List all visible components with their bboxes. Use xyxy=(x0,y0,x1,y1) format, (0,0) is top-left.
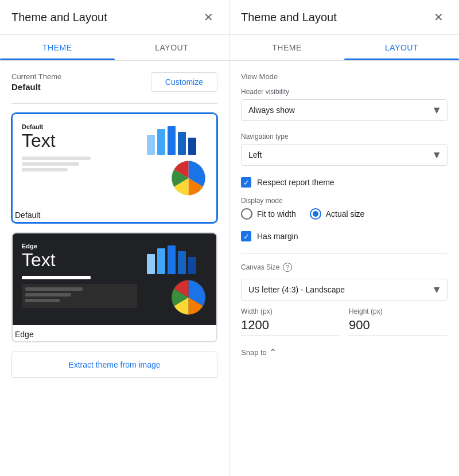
actual-size-radio-dot xyxy=(313,211,318,217)
right-tab-layout[interactable]: LAYOUT xyxy=(344,35,459,60)
header-visibility-wrapper: Always show Never show On hover ▼ xyxy=(241,99,448,121)
fit-to-width-option[interactable]: Fit to width xyxy=(241,208,296,220)
header-visibility-select[interactable]: Always show Never show On hover xyxy=(241,99,448,121)
svg-rect-3 xyxy=(178,132,186,155)
edge-line-1 xyxy=(25,287,83,291)
left-panel-header: Theme and Layout ✕ xyxy=(0,0,229,35)
theme-default-name: Default xyxy=(13,206,216,222)
pie-chart-edge xyxy=(170,279,207,316)
actual-size-label: Actual size xyxy=(326,209,365,219)
navigation-type-section: Navigation type Left Top None ▼ xyxy=(241,132,448,166)
left-tab-layout[interactable]: LAYOUT xyxy=(115,35,230,60)
fit-to-width-radio[interactable] xyxy=(241,208,252,220)
section-divider xyxy=(241,253,448,253)
current-theme-row: Current Theme Default Customize xyxy=(11,72,217,92)
actual-size-radio[interactable] xyxy=(310,208,321,220)
theme-edge-name: Edge xyxy=(13,325,216,341)
left-panel: Theme and Layout ✕ THEME LAYOUT Current … xyxy=(0,0,230,476)
has-margin-row: ✓ Has margin xyxy=(241,231,448,241)
theme-default-lines xyxy=(22,157,137,171)
navigation-type-select[interactable]: Left Top None xyxy=(241,144,448,166)
view-mode-section: View Mode Header visibility Always show … xyxy=(241,72,448,241)
svg-rect-2 xyxy=(168,126,176,155)
canvas-size-header: Canvas Size ? xyxy=(241,263,448,272)
navigation-type-label: Navigation type xyxy=(241,132,448,141)
left-tab-theme[interactable]: THEME xyxy=(0,35,115,60)
display-mode-radio-group: Fit to width Actual size xyxy=(241,208,448,220)
left-close-button[interactable]: ✕ xyxy=(199,8,217,26)
theme-preview-edge: Edge Text xyxy=(22,243,207,316)
canvas-size-wrapper: US letter (4:3) - Landscape US letter (4… xyxy=(241,279,448,301)
svg-rect-7 xyxy=(157,248,165,274)
height-field: Height (px) 900 xyxy=(349,307,448,335)
theme-card-edge[interactable]: Edge Text xyxy=(11,232,217,342)
respect-theme-checkbox[interactable]: ✓ xyxy=(241,177,251,188)
theme-edge-divider-bar xyxy=(22,276,137,308)
respect-theme-row: ✓ Respect report theme xyxy=(241,177,448,188)
canvas-size-label: Canvas Size xyxy=(241,263,279,271)
right-panel: Theme and Layout ✕ THEME LAYOUT View Mod… xyxy=(230,0,459,476)
current-theme-label: Current Theme xyxy=(11,72,61,81)
checkmark-icon: ✓ xyxy=(243,179,250,186)
has-margin-checkbox[interactable]: ✓ xyxy=(241,231,251,241)
snap-to-label: Snap to xyxy=(241,348,267,357)
current-theme-name: Default xyxy=(11,82,61,92)
right-close-button[interactable]: ✕ xyxy=(429,8,448,26)
left-panel-content: Current Theme Default Customize Default … xyxy=(0,61,229,476)
height-value[interactable]: 900 xyxy=(349,318,448,335)
edge-line-2 xyxy=(25,293,71,296)
theme-preview-edge-right xyxy=(144,243,207,316)
theme-card-edge-inner: Edge Text xyxy=(13,233,216,325)
respect-theme-label: Respect report theme xyxy=(257,178,334,187)
svg-rect-0 xyxy=(147,135,155,155)
divider-1 xyxy=(11,103,217,104)
right-panel-header: Theme and Layout ✕ xyxy=(230,0,459,35)
canvas-size-select[interactable]: US letter (4:3) - Landscape US letter (4… xyxy=(241,279,448,301)
height-label: Height (px) xyxy=(349,307,448,315)
pie-chart-default xyxy=(170,159,207,197)
width-label: Width (px) xyxy=(241,307,340,315)
right-tabs: THEME LAYOUT xyxy=(230,35,459,61)
theme-default-text-label: Default xyxy=(22,123,137,130)
snap-to-row: Snap to ⌃ xyxy=(241,347,448,358)
theme-preview-default-right xyxy=(144,123,207,197)
theme-line-3 xyxy=(22,168,68,171)
canvas-size-section: Canvas Size ? US letter (4:3) - Landscap… xyxy=(241,263,448,335)
theme-preview-edge-left: Edge Text xyxy=(22,243,137,316)
navigation-type-wrapper: Left Top None ▼ xyxy=(241,144,448,166)
header-visibility-section: Header visibility Always show Never show… xyxy=(241,88,448,121)
has-margin-label: Has margin xyxy=(257,232,298,241)
edge-line-3 xyxy=(25,299,60,302)
bar-chart-edge xyxy=(144,243,207,274)
svg-rect-9 xyxy=(178,251,186,274)
svg-rect-4 xyxy=(188,138,196,155)
theme-card-default[interactable]: Default Text xyxy=(11,113,217,223)
view-mode-label: View Mode xyxy=(241,72,448,81)
right-tab-theme[interactable]: THEME xyxy=(230,35,344,60)
right-panel-title: Theme and Layout xyxy=(241,11,337,24)
right-panel-content: View Mode Header visibility Always show … xyxy=(230,61,459,476)
canvas-size-help-icon[interactable]: ? xyxy=(283,263,292,272)
actual-size-option[interactable]: Actual size xyxy=(310,208,365,220)
svg-rect-1 xyxy=(157,129,165,155)
theme-line-1 xyxy=(22,157,91,160)
display-mode-label: Display mode xyxy=(241,197,448,205)
theme-edge-big-text: Text xyxy=(22,251,137,269)
theme-preview-default-left: Default Text xyxy=(22,123,137,197)
snap-to-chevron: ⌃ xyxy=(269,347,277,358)
width-value[interactable]: 1200 xyxy=(241,318,340,335)
svg-rect-6 xyxy=(147,254,155,274)
theme-card-default-inner: Default Text xyxy=(13,114,216,206)
has-margin-checkmark-icon: ✓ xyxy=(243,233,250,240)
width-field: Width (px) 1200 xyxy=(241,307,340,335)
edge-lines-box xyxy=(22,284,137,308)
bar-chart-default xyxy=(144,123,207,155)
extract-theme-button[interactable]: Extract theme from image xyxy=(11,352,217,378)
header-visibility-label: Header visibility xyxy=(241,88,448,96)
theme-preview-default: Default Text xyxy=(22,123,207,197)
customize-button[interactable]: Customize xyxy=(151,72,217,92)
left-tabs: THEME LAYOUT xyxy=(0,35,229,61)
fit-to-width-label: Fit to width xyxy=(257,209,296,219)
left-panel-title: Theme and Layout xyxy=(11,11,107,24)
theme-edge-text-label: Edge xyxy=(22,243,137,249)
